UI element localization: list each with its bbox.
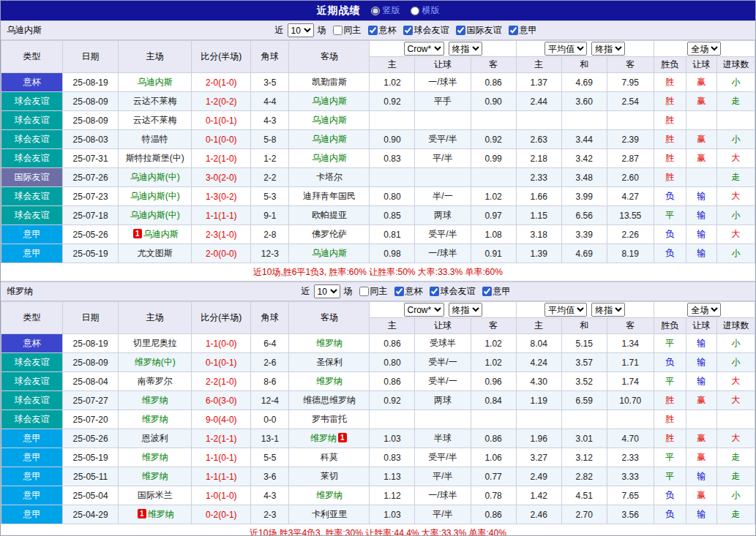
odds-away: 0.86: [471, 429, 516, 448]
filter-checkbox-input[interactable]: [333, 26, 343, 35]
bookmaker-select[interactable]: Crow*: [404, 42, 444, 56]
avg-draw: 6.56: [561, 206, 607, 225]
home-team-name: 维罗纳: [148, 509, 174, 519]
column-header: 主场: [119, 302, 192, 334]
result-handicap: 赢: [686, 92, 716, 111]
filter-checkbox-input[interactable]: [403, 26, 413, 35]
result-outcome: 胜: [654, 149, 686, 168]
average-select[interactable]: 平均值: [544, 303, 587, 317]
radio-vertical-label: 竖版: [383, 4, 400, 17]
away-team-name: 乌迪内斯: [312, 248, 347, 258]
corners: 12-3: [251, 244, 289, 263]
result-goals: 走: [716, 92, 755, 111]
final-odds-select[interactable]: 终指: [449, 303, 482, 317]
scope-select[interactable]: 全场: [687, 42, 721, 56]
score: 3-0(2-0): [192, 168, 251, 187]
filter-checkbox[interactable]: 意甲: [509, 24, 537, 37]
away-team-name: 维罗纳: [316, 376, 343, 386]
corners: 5-8: [251, 130, 289, 149]
column-header: 比分(半场): [192, 41, 251, 73]
bookmaker-select[interactable]: Crow*: [404, 303, 444, 317]
odds-handicap: 受半/一: [415, 372, 471, 391]
column-header: 类型: [1, 302, 63, 334]
filter-checkbox-input[interactable]: [368, 26, 378, 35]
odds-away: 0.78: [471, 486, 516, 505]
avg-draw: 6.59: [561, 391, 607, 410]
match-count-select[interactable]: 10: [288, 23, 314, 37]
avg-home: 3.27: [516, 448, 561, 467]
away-team-name: 乌迪内斯: [312, 96, 347, 106]
odds-handicap: 受球半: [415, 334, 471, 353]
sub-column-header: 客: [471, 57, 516, 73]
away-team: 乌迪内斯: [289, 111, 370, 130]
filter-checkbox-input[interactable]: [509, 26, 518, 35]
final-odds-select[interactable]: 终指: [591, 42, 625, 56]
match-date: 25-05-04: [63, 486, 119, 505]
match-type: 球会友谊: [1, 111, 63, 130]
column-header: 日期: [63, 41, 119, 73]
result-goals: 走: [716, 505, 755, 524]
away-team: 维罗纳: [289, 334, 370, 353]
filter-checkbox-label: 同主: [370, 285, 388, 298]
home-team-name: 乌迪内斯(中): [130, 172, 180, 182]
avg-home: 2.63: [516, 130, 561, 149]
avg-home: 3.18: [516, 225, 561, 244]
filter-checkbox[interactable]: 国际友谊: [456, 24, 502, 37]
match-type: 意杯: [1, 73, 63, 92]
filter-checkbox[interactable]: 同主: [359, 285, 388, 298]
home-team: 恩波利: [119, 429, 192, 448]
odds-handicap: 平/半: [415, 467, 471, 486]
average-select[interactable]: 平均值: [544, 42, 587, 56]
column-header: 角球: [251, 41, 289, 73]
radio-horizontal-input[interactable]: [411, 7, 419, 15]
layout-radio-vertical[interactable]: 竖版: [371, 4, 400, 17]
section-header-bar: 维罗纳近10场同主意杯球会友谊意甲: [1, 282, 755, 301]
filter-checkbox[interactable]: 球会友谊: [430, 285, 476, 298]
result-outcome: 平: [654, 206, 686, 225]
result-goals: 小: [716, 130, 755, 149]
odds-handicap: 两球: [415, 391, 471, 410]
final-odds-select[interactable]: 终指: [591, 303, 625, 317]
filter-checkbox[interactable]: 意杯: [394, 285, 423, 298]
home-team-name: 斯特拉斯堡(中): [126, 153, 184, 163]
red-card-badge: 1: [133, 229, 142, 238]
avg-away: 13.55: [607, 206, 654, 225]
away-team-name: 维罗纳: [316, 338, 343, 348]
column-header: 客场: [289, 41, 370, 73]
filter-checkbox[interactable]: 意甲: [482, 285, 511, 298]
match-count-select[interactable]: 10: [314, 284, 340, 298]
red-card-badge: 1: [338, 433, 347, 442]
filter-checkbox-input[interactable]: [456, 26, 465, 35]
match-date: 25-05-26: [63, 429, 119, 448]
avg-home: 1.19: [516, 391, 561, 410]
final-odds-select[interactable]: 终指: [449, 42, 482, 56]
filter-checkbox-label: 同主: [344, 24, 362, 37]
match-date: 25-08-09: [63, 92, 119, 111]
table-row: 意杯25-08-19乌迪内斯2-0(1-0)3-5凯勤雷斯1.02一/球半0.8…: [1, 73, 755, 92]
corners: 4-4: [251, 92, 289, 111]
layout-radio-horizontal[interactable]: 横版: [411, 4, 440, 17]
filter-checkbox-input[interactable]: [482, 287, 492, 296]
corners: 6-4: [251, 334, 289, 353]
match-date: 25-07-26: [63, 168, 119, 187]
filter-checkbox-label: 国际友谊: [467, 24, 502, 37]
scope-select[interactable]: 全场: [687, 303, 721, 317]
result-goals: [716, 111, 755, 130]
filter-checkbox-input[interactable]: [359, 287, 369, 296]
filter-checkbox-input[interactable]: [430, 287, 439, 296]
radio-vertical-input[interactable]: [371, 7, 380, 15]
score: 1-1(0-1): [192, 448, 251, 467]
filter-checkbox[interactable]: 意杯: [368, 24, 397, 37]
filter-checkbox-label: 意甲: [520, 24, 537, 37]
filter-checkbox[interactable]: 球会友谊: [403, 24, 449, 37]
score: 0-1(0-1): [192, 111, 251, 130]
odds-group-header: 平均值终指: [516, 302, 654, 318]
table-row: 国际友谊25-07-26乌迪内斯(中)3-0(2-0)2-2卡塔尔2.333.4…: [1, 168, 755, 187]
section-header-bar: 乌迪内斯近10场同主意杯球会友谊国际友谊意甲: [1, 20, 755, 40]
filter-bar: 近10场同主意杯球会友谊意甲: [302, 284, 511, 298]
result-goals: 小: [716, 334, 755, 353]
odds-handicap: 一/球半: [415, 244, 471, 263]
filter-checkbox-input[interactable]: [394, 287, 404, 296]
match-date: 25-05-19: [63, 244, 119, 263]
filter-checkbox[interactable]: 同主: [333, 24, 362, 37]
